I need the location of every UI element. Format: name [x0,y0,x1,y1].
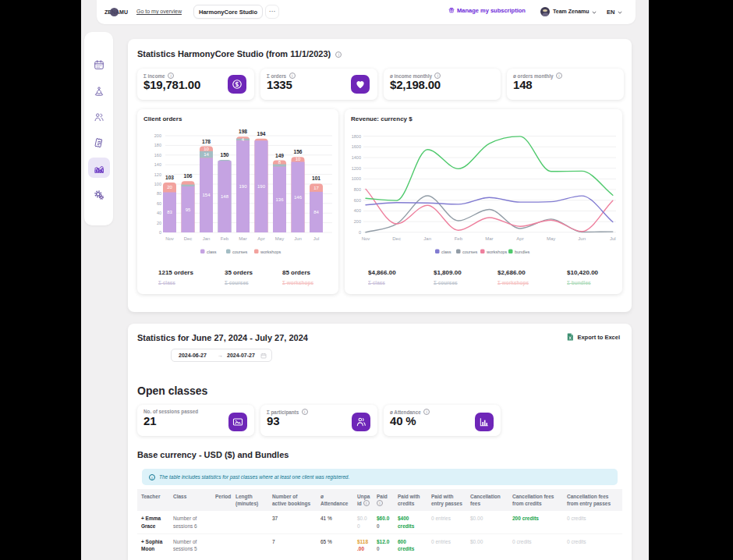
svg-text:190: 190 [257,184,266,189]
svg-text:80: 80 [157,191,161,196]
svg-text:class: class [207,250,217,254]
svg-text:140: 140 [154,162,161,167]
svg-text:101: 101 [312,175,320,181]
svg-text:95: 95 [186,207,191,212]
svg-text:160: 160 [154,153,161,158]
svg-text:0: 0 [159,230,161,235]
svg-text:1800: 1800 [352,134,361,139]
svg-text:149: 149 [275,153,284,158]
svg-text:200: 200 [354,219,361,224]
svg-text:workshops: workshops [260,250,282,254]
svg-text:Feb: Feb [221,236,229,241]
svg-text:class: class [441,250,451,254]
svg-text:60: 60 [157,201,161,206]
svg-text:84: 84 [313,210,319,214]
svg-text:194: 194 [257,131,265,136]
svg-text:1400: 1400 [352,155,361,160]
svg-text:May: May [547,236,555,241]
svg-text:10: 10 [204,147,209,151]
svg-text:103: 103 [165,175,174,180]
svg-text:workshops: workshops [486,250,508,254]
svg-text:14: 14 [204,152,209,157]
svg-text:17: 17 [313,186,319,190]
svg-text:Jul: Jul [313,236,320,241]
svg-text:courses: courses [232,250,248,254]
svg-text:Apr: Apr [257,236,264,241]
svg-text:Feb: Feb [455,236,463,241]
svg-text:178: 178 [202,139,211,144]
svg-text:120: 120 [154,172,161,177]
svg-text:1200: 1200 [352,166,361,171]
svg-text:400: 400 [354,208,361,213]
svg-text:Mar: Mar [485,236,493,241]
svg-text:Mar: Mar [239,236,246,241]
svg-text:Jun: Jun [578,236,586,241]
svg-text:190: 190 [239,184,247,189]
svg-text:100: 100 [154,182,161,186]
svg-text:40: 40 [157,211,161,215]
svg-text:bundles: bundles [515,250,530,254]
svg-text:136: 136 [275,197,284,202]
svg-text:Apr: Apr [516,236,523,241]
svg-text:Nov: Nov [165,236,174,241]
svg-text:Jun: Jun [294,236,302,241]
svg-text:200: 200 [154,133,161,138]
svg-text:courses: courses [462,250,478,254]
svg-text:150: 150 [220,152,228,158]
svg-text:Jul: Jul [610,236,616,241]
svg-text:Dec: Dec [392,236,401,241]
svg-text:20: 20 [157,221,161,225]
svg-text:Dec: Dec [184,236,193,241]
svg-text:180: 180 [154,143,161,147]
svg-text:198: 198 [239,129,247,134]
svg-text:83: 83 [167,210,172,214]
svg-text:106: 106 [183,173,192,179]
svg-text:Jan: Jan [203,236,211,241]
svg-text:Jan: Jan [423,236,431,241]
svg-text:20: 20 [167,185,172,190]
svg-text:1600: 1600 [352,144,361,149]
svg-text:800: 800 [354,187,361,192]
svg-text:154: 154 [202,193,211,197]
svg-text:148: 148 [221,194,229,199]
svg-text:0: 0 [359,230,361,235]
svg-text:May: May [275,236,284,241]
svg-text:Nov: Nov [362,236,370,241]
svg-text:156: 156 [293,149,302,154]
svg-text:600: 600 [354,198,361,203]
svg-text:146: 146 [294,195,303,200]
svg-text:10: 10 [296,157,301,161]
svg-text:1000: 1000 [352,176,361,181]
